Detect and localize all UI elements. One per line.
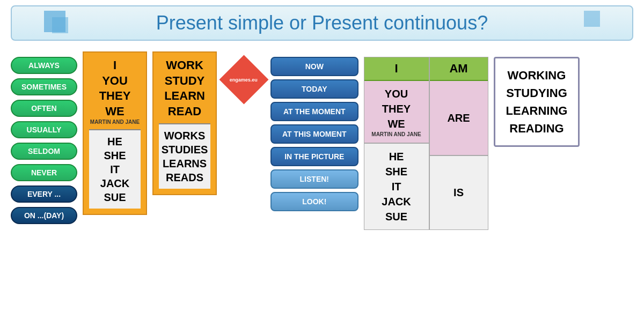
- page-header: Present simple or Present continuous?: [11, 5, 633, 41]
- conjugation-pronoun-col: I YOU THEY WE MARTIN AND JANE HE SHE IT …: [364, 57, 429, 229]
- page-title: Present simple or Present continuous?: [23, 12, 621, 34]
- time-at-the-moment[interactable]: AT THE MOMENT: [270, 102, 358, 121]
- gerund-text: WORKING STUDYING LEARNING READING: [506, 66, 568, 137]
- adverb-never[interactable]: NEVER: [11, 164, 77, 181]
- verb-table-simple: WORK STUDY LEARN READ WORKS STUDIES LEAR…: [152, 51, 217, 195]
- adverb-sometimes[interactable]: SOMETIMES: [11, 78, 77, 95]
- time-in-the-picture[interactable]: IN THE PICTURE: [270, 147, 358, 166]
- adverb-seldom[interactable]: SELDOM: [11, 143, 77, 160]
- conjugation-table: I YOU THEY WE MARTIN AND JANE HE SHE IT …: [364, 57, 488, 230]
- adverb-on-day[interactable]: ON ...(DAY): [11, 207, 77, 224]
- conj-i-header: I: [364, 57, 429, 81]
- time-today[interactable]: TODAY: [270, 79, 358, 99]
- gerund-box: WORKING STUDYING LEARNING READING: [494, 57, 580, 147]
- diamond-text: engames.eu: [230, 77, 258, 83]
- conj-bottom-pronouns: HE SHE IT JACK SUE: [364, 144, 429, 229]
- top-pronoun-label: MARTIN AND JANE: [89, 119, 141, 125]
- conj-is-verb: IS: [430, 156, 488, 230]
- adverbs-sidebar: ALWAYS SOMETIMES OFTEN USUALLY SELDOM NE…: [11, 57, 77, 224]
- adverb-every[interactable]: EVERY ...: [11, 185, 77, 203]
- conjugation-verb-col: AM ARE IS: [429, 57, 488, 229]
- top-pronouns: I YOU THEY WE: [89, 58, 141, 119]
- conj-are-verb: ARE: [430, 81, 488, 156]
- header-deco3: [584, 11, 600, 27]
- conj-top-pronouns: YOU THEY WE MARTIN AND JANE: [364, 81, 429, 144]
- bottom-pronouns: HE SHE IT JACK SUE: [89, 135, 141, 204]
- time-at-this-moment[interactable]: AT THIS MOMENT: [270, 124, 358, 144]
- pronoun-table-simple: I YOU THEY WE MARTIN AND JANE HE SHE IT …: [83, 51, 147, 215]
- diamond-shape: engames.eu: [219, 55, 268, 105]
- adverb-often[interactable]: OFTEN: [11, 100, 77, 117]
- conj-am-header: AM: [430, 57, 488, 81]
- bottom-verbs: WORKS STUDIES LEARNS READS: [159, 129, 210, 184]
- diamond-container: engames.eu: [222, 62, 265, 97]
- main-content: ALWAYS SOMETIMES OFTEN USUALLY SELDOM NE…: [0, 46, 644, 235]
- adverb-always[interactable]: ALWAYS: [11, 57, 77, 74]
- top-verbs: WORK STUDY LEARN READ: [159, 58, 210, 119]
- time-expressions: NOW TODAY AT THE MOMENT AT THIS MOMENT I…: [270, 57, 358, 211]
- time-now[interactable]: NOW: [270, 57, 358, 76]
- time-listen[interactable]: LISTEN!: [270, 169, 358, 189]
- time-look[interactable]: LOOK!: [270, 192, 358, 211]
- adverb-usually[interactable]: USUALLY: [11, 121, 77, 138]
- header-deco2: [52, 17, 68, 33]
